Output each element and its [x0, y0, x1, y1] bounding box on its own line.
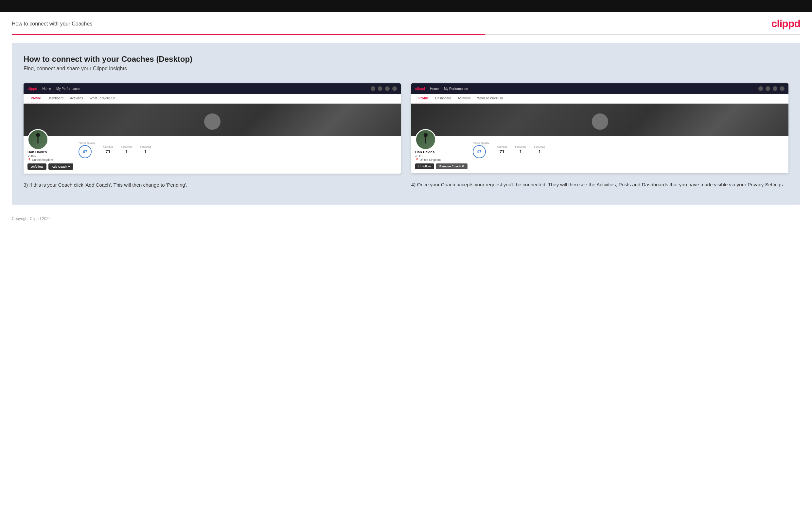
- tab-activities-right[interactable]: Activities: [454, 94, 474, 103]
- mock-profile-buttons-left: Unfollow Add Coach +: [28, 163, 73, 170]
- mock-profile-name-right: Dan Davies: [415, 150, 467, 154]
- remove-coach-button-right[interactable]: Remove Coach ✕: [436, 163, 467, 169]
- tab-dashboard-right[interactable]: Dashboard: [432, 94, 454, 103]
- mock-nav-home-left[interactable]: Home: [42, 87, 51, 91]
- mock-tabs-left: Profile Dashboard Activities What To Wor…: [23, 94, 401, 104]
- mock-hero-left: [23, 104, 401, 136]
- tab-profile-left[interactable]: Profile: [28, 94, 44, 103]
- mock-stat-quality-right: Player Quality 97: [473, 142, 489, 158]
- mock-avatar-right: [415, 129, 436, 150]
- add-coach-button-left[interactable]: Add Coach +: [48, 163, 73, 170]
- pin-icon-left: 📍: [28, 158, 31, 162]
- mock-nav-performance-left[interactable]: My Performance: [56, 87, 80, 91]
- mock-stat-followers-right: Followers 1: [515, 146, 526, 154]
- mock-stat-following-right: Following 1: [534, 146, 545, 154]
- page-title: How to connect with your Coaches: [12, 21, 92, 27]
- mock-profile-location-left: 📍 United Kingdom: [28, 158, 73, 162]
- top-bar: [0, 0, 812, 12]
- mock-stat-activities-right: Activities 71: [497, 146, 507, 154]
- mock-search-icon[interactable]: [371, 86, 375, 91]
- mock-nav-icons-right: [758, 86, 784, 91]
- mock-stat-followers-left: Followers 1: [121, 146, 132, 154]
- mock-profile-right: Dan Davies ✔ Pro 📍 United Kingdom Unfoll…: [411, 136, 789, 173]
- tab-dashboard-left[interactable]: Dashboard: [44, 94, 67, 103]
- tab-what-to-work-on-right[interactable]: What To Work On: [474, 94, 506, 103]
- unfollow-button-right[interactable]: Unfollow: [415, 163, 434, 169]
- quality-circle-right: 97: [473, 145, 486, 158]
- copyright-text: Copyright Clippd 2022: [12, 216, 51, 221]
- mock-user-icon[interactable]: [378, 86, 383, 91]
- screenshots-row: clippd Home My Performance Profile Dashb…: [23, 83, 789, 189]
- mock-browser-right: clippd Home My Performance Profile Dashb…: [411, 83, 789, 173]
- tab-what-to-work-on-left[interactable]: What To Work On: [86, 94, 119, 103]
- x-icon-right: ✕: [462, 165, 464, 168]
- mock-profile-left-col: Dan Davies ✔ Pro 📍 United Kingdom Unfoll…: [28, 139, 73, 170]
- mock-user-icon-right[interactable]: [766, 86, 770, 91]
- golfer-silhouette-right: [422, 133, 429, 146]
- mock-stat-quality-left: Player Quality 97: [79, 142, 95, 158]
- mock-globe-icon-right[interactable]: [780, 86, 784, 91]
- footer: Copyright Clippd 2022: [0, 213, 812, 225]
- tab-activities-left[interactable]: Activities: [67, 94, 86, 103]
- mock-stat-following-left: Following 1: [140, 146, 151, 154]
- mock-profile-right-col: Dan Davies ✔ Pro 📍 United Kingdom Unfoll…: [415, 139, 467, 169]
- mock-nav-performance-right[interactable]: My Performance: [444, 87, 468, 91]
- caption-right: 4) Once your Coach accepts your request …: [411, 181, 789, 188]
- main-content: How to connect with your Coaches (Deskto…: [12, 43, 800, 205]
- plus-icon-left: +: [68, 165, 70, 168]
- unfollow-button-left[interactable]: Unfollow: [28, 163, 46, 170]
- pin-icon-right: 📍: [415, 158, 419, 162]
- tab-profile-right[interactable]: Profile: [415, 94, 432, 103]
- mock-logo-right: clippd: [415, 87, 425, 91]
- clippd-logo: clippd: [771, 18, 800, 30]
- mock-profile-left: Dan Davies ✔ Pro 📍 United Kingdom Unfoll…: [23, 136, 401, 174]
- mock-search-icon-right[interactable]: [758, 86, 763, 91]
- quality-circle-left: 97: [79, 145, 92, 158]
- mock-browser-left: clippd Home My Performance Profile Dashb…: [23, 83, 401, 174]
- mock-profile-location-right: 📍 United Kingdom: [415, 158, 467, 162]
- caption-left: 3) If this is your Coach click 'Add Coac…: [23, 181, 401, 189]
- mock-hero-right: [411, 104, 789, 136]
- mock-stat-activities-left: Activities 71: [103, 146, 113, 154]
- header-divider: [12, 34, 800, 35]
- mock-globe-icon[interactable]: [392, 86, 397, 91]
- mock-avatar-wrap-right: [415, 129, 467, 150]
- mock-stats-left: Player Quality 97 Activities 71 Follower…: [79, 139, 151, 158]
- mock-profile-role-right: ✔ Pro: [415, 155, 467, 158]
- mock-nav-home-right[interactable]: Home: [430, 87, 439, 91]
- mock-avatar-wrap-left: [28, 129, 73, 150]
- mock-bell-icon[interactable]: [385, 86, 390, 91]
- screenshot-col-left: clippd Home My Performance Profile Dashb…: [23, 83, 401, 189]
- mock-profile-role-left: ✔ Pro: [28, 155, 73, 158]
- main-subheading: Find, connect and share your Clippd insi…: [23, 66, 789, 71]
- golfer-silhouette-left: [34, 133, 42, 146]
- mock-avatar-left: [28, 129, 48, 150]
- mock-stats-right: Player Quality 97 Activities 71 Follower…: [473, 139, 545, 158]
- mock-nav-icons-left: [371, 86, 397, 91]
- mock-profile-name-left: Dan Davies: [28, 150, 73, 154]
- mock-nav-left: clippd Home My Performance: [23, 83, 401, 94]
- main-heading: How to connect with your Coaches (Deskto…: [23, 55, 789, 64]
- header: How to connect with your Coaches clippd: [0, 12, 812, 34]
- screenshot-col-right: clippd Home My Performance Profile Dashb…: [411, 83, 789, 188]
- mock-profile-buttons-right: Unfollow Remove Coach ✕: [415, 163, 467, 169]
- check-icon-right: ✔: [415, 155, 418, 158]
- mock-nav-right: clippd Home My Performance: [411, 83, 789, 94]
- check-icon-left: ✔: [28, 155, 30, 158]
- mock-tabs-right: Profile Dashboard Activities What To Wor…: [411, 94, 789, 104]
- mock-logo-left: clippd: [28, 87, 37, 91]
- mock-bell-icon-right[interactable]: [773, 86, 777, 91]
